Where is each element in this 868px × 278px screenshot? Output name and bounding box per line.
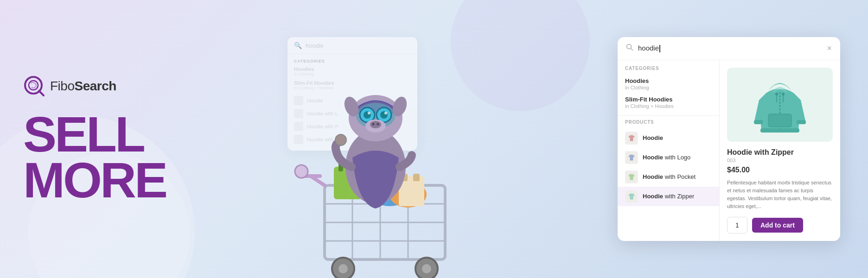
right-section: hoodie × CATEGORIES Hoodies in Clothing — [618, 37, 840, 241]
svg-rect-51 — [797, 120, 806, 124]
logo-search: Search — [74, 79, 116, 93]
svg-line-2 — [39, 91, 44, 95]
category-result-1[interactable]: Hoodies in Clothing — [618, 75, 719, 93]
product-name-4: Hoodie with Zipper — [643, 193, 694, 200]
product-result-1[interactable]: Hoodie — [618, 128, 719, 148]
quantity-input[interactable]: 1 — [727, 217, 747, 234]
product-detail-name: Hoodie with Zipper — [727, 148, 833, 157]
svg-rect-49 — [768, 114, 791, 127]
product-image-area — [727, 68, 833, 142]
product-detail-description: Pellentesque habitant morbi tristique se… — [727, 179, 833, 210]
logo-fibo: Fibo — [50, 79, 74, 93]
product-detail-price: $45.00 — [727, 166, 833, 174]
bg-search-input-text: hoodie — [306, 42, 324, 49]
panel-body: CATEGORIES Hoodies in Clothing Slim-Fit … — [618, 60, 840, 241]
product-result-4[interactable]: Hoodie with Zipper — [618, 187, 719, 206]
cat-result-path-2: in Clothing > Hoodies — [625, 103, 712, 109]
product-thumb-1 — [625, 132, 638, 145]
bg-search-bar: 🔍 hoodie — [287, 37, 417, 54]
product-thumb-3 — [625, 171, 638, 183]
svg-point-38 — [372, 123, 375, 126]
divider — [618, 115, 719, 116]
banner: FiboSearch SELL MORE 🔍 hoodie CATEGORIES… — [0, 0, 868, 278]
product-result-2[interactable]: Hoodie with Logo — [618, 148, 719, 167]
product-name-2: Hoodie with Logo — [643, 154, 690, 161]
svg-point-15 — [422, 264, 431, 273]
svg-point-26 — [335, 134, 346, 145]
logo-text: FiboSearch — [50, 79, 116, 94]
product-result-3[interactable]: Hoodie with Pocket — [618, 167, 719, 187]
hero-line1: SELL — [23, 111, 209, 157]
close-button[interactable]: × — [827, 44, 832, 53]
results-list: CATEGORIES Hoodies in Clothing Slim-Fit … — [618, 60, 720, 241]
logo: FiboSearch — [23, 75, 209, 97]
search-text: hoodie — [638, 44, 659, 52]
category-result-2[interactable]: Slim-Fit Hoodies in Clothing > Hoodies — [618, 93, 719, 112]
svg-point-11 — [295, 165, 308, 178]
svg-line-43 — [631, 49, 633, 51]
svg-point-37 — [370, 121, 381, 128]
product-thumb-2 — [625, 151, 638, 164]
character-illustration — [260, 56, 501, 278]
product-name-3: Hoodie with Pocket — [643, 173, 696, 180]
product-actions: 1 Add to cart — [727, 217, 833, 234]
logo-icon — [23, 75, 45, 97]
categories-header: CATEGORIES — [618, 66, 719, 75]
cat-result-name-2: Slim-Fit Hoodies — [625, 96, 712, 103]
cat-highlight-1: Hoodies — [625, 77, 649, 84]
hero-text: SELL MORE — [23, 111, 209, 203]
cat-result-name-1: Hoodies — [625, 77, 712, 84]
svg-rect-50 — [754, 120, 763, 124]
add-to-cart-button[interactable]: Add to cart — [752, 218, 803, 233]
svg-point-35 — [384, 112, 387, 114]
svg-rect-52 — [760, 128, 799, 133]
main-search-panel: hoodie × CATEGORIES Hoodies in Clothing — [618, 37, 840, 241]
cat-highlight-2: Hoodies — [649, 96, 672, 103]
cursor — [659, 45, 660, 52]
products-header: PRODUCTS — [618, 120, 719, 128]
svg-rect-24 — [413, 174, 420, 181]
svg-point-34 — [368, 112, 370, 114]
product-detail: Hoodie with Zipper 003 $45.00 Pellentesq… — [720, 60, 840, 241]
center-section: 🔍 hoodie CATEGORIES Hoodies in Clothing … — [232, 0, 618, 278]
left-section: FiboSearch SELL MORE — [0, 57, 232, 222]
svg-point-39 — [377, 123, 379, 126]
search-input-value: hoodie — [638, 44, 827, 52]
search-icon — [626, 44, 633, 53]
cat-result-path-1: in Clothing — [625, 85, 712, 90]
hero-line2: MORE — [23, 157, 209, 203]
product-name-1: Hoodie — [643, 134, 663, 141]
product-thumb-4 — [625, 190, 638, 203]
search-bar[interactable]: hoodie × — [618, 37, 840, 60]
bg-search-icon: 🔍 — [294, 42, 302, 49]
product-detail-sku: 003 — [727, 158, 833, 163]
svg-point-13 — [338, 264, 348, 273]
product-image — [752, 75, 808, 135]
character-svg — [260, 56, 501, 278]
